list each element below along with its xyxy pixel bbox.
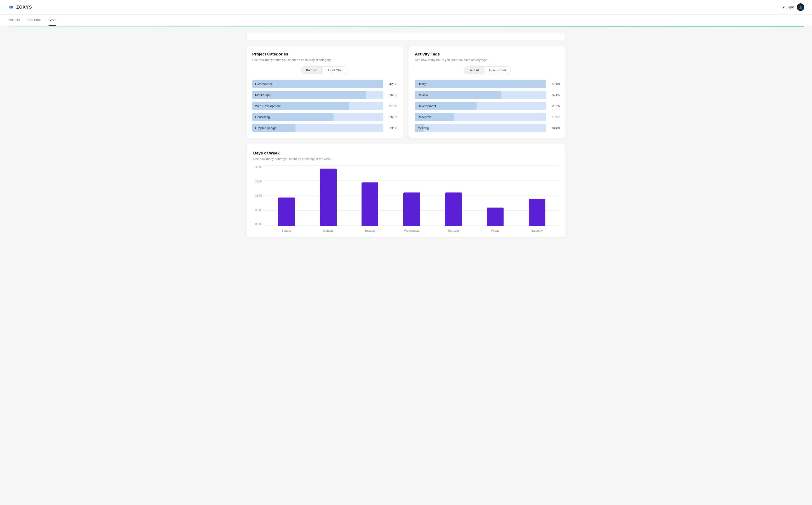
panels-row: Project Categories See how many hours yo…: [246, 46, 566, 138]
activity-bar-value: 26:26: [548, 104, 560, 108]
activity-bar-value: 04:00: [548, 126, 560, 130]
activity-bar-list: Design 56:00 Review 37:05 Development 26…: [415, 79, 560, 132]
activity-bar-row: Development 26:26: [415, 102, 560, 110]
activity-bar-bg: Review: [415, 91, 546, 99]
day-label: Saturday: [529, 229, 546, 232]
project-bar-label-container: E-commerce: [252, 79, 383, 88]
project-categories-title: Project Categories: [252, 52, 397, 57]
day-bar-col: [278, 165, 295, 226]
theme-label: Light: [787, 5, 794, 9]
x-axis: SundayMondayTuesdayWednesdayThursdayFrid…: [265, 229, 559, 232]
project-bar-value: 36:53: [386, 93, 397, 97]
decorative-bar: [8, 26, 804, 27]
activity-bar-row: Research 16:57: [415, 113, 560, 121]
project-bar-bg: Web Development: [252, 102, 383, 110]
activity-bar-bg: Design: [415, 79, 546, 88]
y-label-3: 09:00: [253, 208, 262, 212]
y-label-0: 36:00: [253, 165, 262, 169]
project-bar-row: Graphic Design 13:58: [252, 124, 397, 132]
day-bar-col: [529, 165, 546, 226]
activity-bar-text: Review: [418, 93, 428, 97]
day-bar-col: [487, 165, 503, 226]
activity-bar-text: Research: [418, 115, 431, 119]
activity-bar-label-container: Review: [415, 91, 546, 99]
day-bar: [278, 197, 295, 226]
activity-bar-bg: Research: [415, 113, 546, 121]
activity-bar-bg: Meeting: [415, 124, 546, 132]
project-bar-text: Consulting: [255, 115, 270, 119]
activity-bar-text: Meeting: [418, 126, 429, 130]
project-bar-text: Mobile App: [255, 93, 270, 97]
day-label: Sunday: [278, 229, 295, 232]
days-of-week-subtitle: See how many hours you spent on each day…: [253, 157, 559, 161]
filter-bar[interactable]: [246, 33, 566, 40]
activity-bar-label-container: Research: [415, 113, 546, 121]
day-bar: [320, 169, 337, 226]
project-bar-value: 42:00: [386, 82, 397, 86]
project-categories-panel: Project Categories See how many hours yo…: [246, 46, 403, 138]
project-bar-text: E-commerce: [255, 82, 273, 86]
logo: ZOXYS: [8, 4, 32, 11]
tab-stats[interactable]: Stats: [48, 15, 56, 26]
activity-bar-value: 16:57: [548, 115, 560, 119]
activity-bar-bg: Development: [415, 102, 546, 110]
y-label-4: 00:00: [253, 222, 262, 226]
activity-bar-label-container: Meeting: [415, 124, 546, 132]
project-bar-row: Mobile App 36:53: [252, 91, 397, 99]
day-bar-col: [362, 165, 378, 226]
project-bar-text: Web Development: [255, 104, 281, 108]
activity-donut-chart-btn[interactable]: Donut Chart: [484, 66, 511, 74]
day-bars-container: [265, 165, 559, 226]
activity-bar-label-container: Development: [415, 102, 546, 110]
day-bar-col: [403, 165, 420, 226]
activity-bar-text: Development: [418, 104, 436, 108]
activity-tags-toggle: Bar List Donut Chart: [415, 66, 560, 74]
chart-container: 36:00 27:00 18:00 09:00 00:00: [253, 165, 559, 232]
day-label: Monday: [320, 229, 337, 232]
project-bar-row: Web Development 31:30: [252, 102, 397, 110]
tab-calendar[interactable]: Calendar: [27, 15, 41, 26]
project-bar-list-btn[interactable]: Bar List: [301, 66, 322, 74]
nav-tabs: Projects Calendar Stats: [0, 15, 812, 26]
activity-tags-subtitle: See how many hours you spent on each act…: [415, 58, 560, 62]
activity-bar-fill: [415, 79, 546, 88]
day-bar: [362, 182, 378, 226]
project-bar-label-container: Graphic Design: [252, 124, 383, 132]
activity-tags-title: Activity Tags: [415, 52, 560, 57]
app-name: ZOXYS: [16, 5, 32, 10]
tab-projects[interactable]: Projects: [8, 15, 20, 26]
day-bar: [445, 192, 462, 226]
project-donut-chart-btn[interactable]: Donut Chart: [322, 66, 348, 74]
activity-bar-row: Review 37:05: [415, 91, 560, 99]
activity-bar-list-btn[interactable]: Bar List: [464, 66, 484, 74]
project-bar-value: 13:58: [386, 126, 397, 130]
activity-bar-row: Design 56:00: [415, 79, 560, 88]
logo-icon: [8, 4, 14, 11]
sun-icon: ☀: [782, 5, 785, 10]
day-label: Thursday: [445, 229, 462, 232]
project-bar-list: E-commerce 42:00 Mobile App 36:53 Web De…: [252, 79, 397, 132]
theme-toggle[interactable]: ☀ Light: [782, 5, 794, 10]
project-bar-value: 31:30: [386, 104, 397, 108]
project-bar-row: E-commerce 42:00: [252, 79, 397, 88]
activity-bar-value: 56:00: [548, 82, 560, 86]
day-label: Wednesday: [403, 229, 420, 232]
project-bar-label-container: Web Development: [252, 102, 383, 110]
project-categories-toggle: Bar List Donut Chart: [252, 66, 397, 74]
activity-bar-row: Meeting 04:00: [415, 124, 560, 132]
project-bar-text: Graphic Design: [255, 126, 277, 130]
project-bar-bg: E-commerce: [252, 79, 383, 88]
days-of-week-title: Days of Week: [253, 151, 559, 156]
project-categories-subtitle: See how many hours you spent on each pro…: [252, 58, 397, 62]
avatar[interactable]: 👤: [797, 3, 804, 11]
activity-tags-panel: Activity Tags See how many hours you spe…: [409, 46, 566, 138]
day-label: Friday: [487, 229, 503, 232]
project-bar-value: 26:07: [386, 115, 397, 119]
day-bar: [487, 207, 503, 226]
y-axis: 36:00 27:00 18:00 09:00 00:00: [253, 165, 265, 232]
day-bar-col: [445, 165, 462, 226]
project-bar-bg: Graphic Design: [252, 124, 383, 132]
app-header: ZOXYS ☀ Light 👤: [0, 0, 812, 15]
project-bar-label-container: Mobile App: [252, 91, 383, 99]
day-bar-col: [320, 165, 337, 226]
